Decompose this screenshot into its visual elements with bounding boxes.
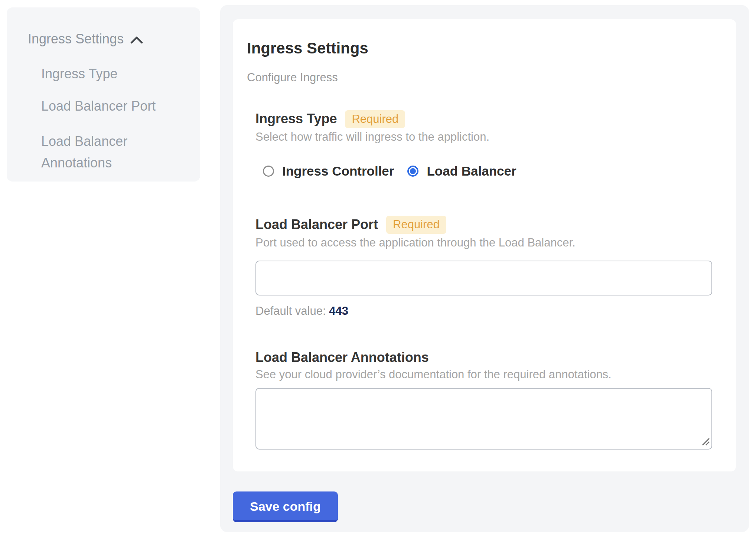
radio-unchecked-icon[interactable]: [263, 166, 274, 177]
section-load-balancer-port: Load Balancer Port Required Port used to…: [255, 216, 712, 318]
required-badge: Required: [345, 110, 405, 128]
load-balancer-port-input[interactable]: [255, 261, 712, 295]
page-title: Ingress Settings: [247, 39, 712, 58]
section-label: Load Balancer Port: [255, 216, 378, 233]
ingress-type-radio-group: Ingress Controller Load Balancer: [255, 164, 712, 179]
page-subtitle: Configure Ingress: [247, 71, 712, 84]
load-balancer-annotations-textarea[interactable]: [255, 388, 712, 450]
required-badge: Required: [386, 216, 446, 234]
ingress-settings-card: Ingress Settings Configure Ingress Ingre…: [233, 19, 736, 471]
save-config-button[interactable]: Save config: [233, 491, 338, 522]
radio-checked-icon[interactable]: [407, 166, 418, 177]
radio-label: Ingress Controller: [282, 164, 394, 179]
sidebar-item-ingress-settings[interactable]: Ingress Settings: [28, 31, 143, 47]
default-value-row: Default value: 443: [255, 304, 712, 318]
section-description: See your cloud provider’s documentation …: [255, 367, 712, 382]
section-description: Select how traffic will ingress to the a…: [255, 130, 712, 144]
sidebar-item-load-balancer-port[interactable]: Load Balancer Port: [41, 98, 156, 114]
default-value-label: Default value:: [255, 304, 326, 317]
section-description: Port used to access the application thro…: [255, 235, 712, 250]
settings-sidebar: Ingress Settings Ingress Type Load Balan…: [7, 7, 200, 182]
radio-label: Load Balancer: [427, 164, 516, 179]
section-label: Load Balancer Annotations: [255, 349, 429, 366]
section-label: Ingress Type: [255, 110, 337, 128]
sidebar-item-ingress-type[interactable]: Ingress Type: [41, 66, 117, 82]
chevron-up-icon[interactable]: [130, 32, 143, 48]
radio-option-load-balancer[interactable]: Load Balancer: [407, 164, 516, 179]
section-load-balancer-annotations: Load Balancer Annotations See your cloud…: [255, 349, 712, 450]
sidebar-item-load-balancer-annotations[interactable]: Load Balancer Annotations: [41, 131, 153, 173]
section-ingress-type: Ingress Type Required Select how traffic…: [255, 110, 712, 179]
sidebar-item-label: Ingress Settings: [28, 31, 124, 47]
radio-option-ingress-controller[interactable]: Ingress Controller: [263, 164, 394, 179]
default-value: 443: [329, 304, 348, 317]
main-panel: Ingress Settings Configure Ingress Ingre…: [220, 5, 749, 532]
